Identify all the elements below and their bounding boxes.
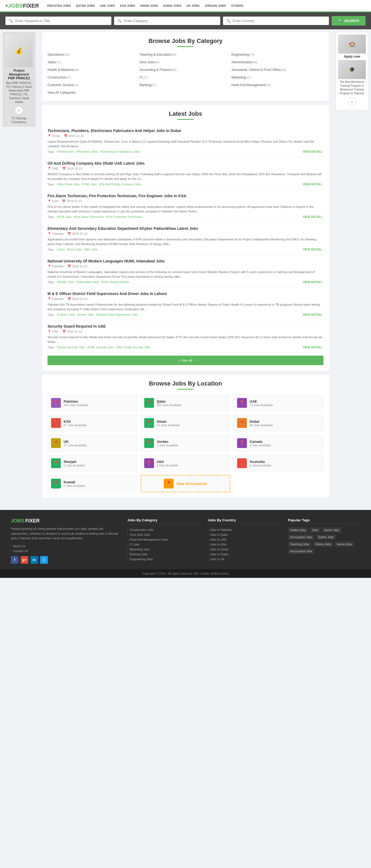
job-tag[interactable]: #NUML Jobs [57,280,74,284]
footer-link[interactable]: Govt Jobs Jobs [127,532,199,537]
list-item[interactable]: 📍 Sharjah 0 Jobs Available [48,455,137,472]
popular-tag[interactable]: Home Jobs [335,541,354,547]
cat-banking[interactable]: Banking(21) [140,83,157,87]
nav-oman-jobs[interactable]: OMAN JOBS [140,4,158,7]
view-detail-link[interactable]: VIEW DETAIL › [303,150,323,153]
footer-link[interactable]: Banking Jobs [127,552,199,557]
list-item[interactable]: 📍 Australia 0 Jobs Available [234,455,323,472]
cat-engineering[interactable]: Engineering(74) [231,53,254,57]
twitter-icon[interactable]: t [40,556,48,564]
job-tag[interactable]: #Lahore Jobs [57,313,75,316]
cat-operations[interactable]: Operations(101) [48,53,70,57]
about-us-link[interactable]: About Us [11,544,119,549]
nav-uk-jobs[interactable]: UK JOBS [186,4,199,7]
view-detail-link[interactable]: VIEW DETAIL › [303,280,323,284]
nav-dubai-jobs[interactable]: DUBAI JOBS [163,4,181,7]
popular-tag[interactable]: Accountant Jobs [288,549,314,554]
linkedin-icon[interactable]: in [30,556,38,564]
cat-it[interactable]: IT(27) [140,75,148,79]
cat-customer-service[interactable]: Customer Service(21) [48,83,79,87]
popular-tag[interactable]: Safety Jobs [316,534,336,540]
googleplus-icon[interactable]: g+ [21,556,28,564]
list-item[interactable]: 📍 UAE 70 Jobs Available [234,395,323,411]
job-tag[interactable]: #Fire Protection Technician [106,215,142,218]
job-tag[interactable]: #UAE Jobs [82,183,97,186]
popular-tag[interactable]: Online Jobs [288,527,308,533]
footer-link[interactable]: Jobs In UK [208,557,280,562]
list-item[interactable]: 📍 Jordan 7 Jobs Available [141,435,230,452]
cat-govt[interactable]: Govt Jobs(69) [140,60,160,64]
contact-us-link[interactable]: Contact Us [11,549,119,553]
footer-link[interactable]: Jobs In Pakistan [208,527,280,532]
job-tag[interactable]: #Nts Jobs [84,248,97,251]
cat-health[interactable]: Health & Medicine(48) [48,68,79,72]
cat-teaching[interactable]: Teaching & Education(96) [140,53,177,57]
view-detail-link[interactable]: VIEW DETAIL › [303,346,323,349]
job-tag[interactable]: #Fire Alarm Technician [73,215,104,218]
list-item[interactable]: 📍 UK 27 Jobs Available [48,435,137,452]
facebook-icon[interactable]: f [11,556,19,564]
list-item[interactable]: 📍 Kuwait 0 Jobs Available [48,475,137,492]
cat-hotel[interactable]: Hotel And Management(14) [231,83,271,87]
list-item[interactable]: 📍 USA 3 Jobs Available [141,455,230,472]
nav-uae-jobs[interactable]: UAE JOBS [100,4,115,7]
footer-link[interactable]: Jobs In KSA [208,542,280,547]
footer-link[interactable]: Hotel And Management Jobs [127,537,199,542]
popular-tag[interactable]: Teaching Jobs [288,541,311,547]
list-item[interactable]: 📍 Qatar 162 Jobs Available [141,395,230,411]
search-button[interactable]: 🔍 SEARCH [332,16,366,26]
popular-tag[interactable]: Online Jobs [313,541,333,547]
category-input[interactable] [124,19,217,23]
view-detail-link[interactable]: VIEW DETAIL › [303,313,323,316]
job-tag[interactable]: #Jobs [57,248,65,251]
popular-tag[interactable]: Home Jobs [322,527,342,533]
list-item[interactable]: 📍 Oman 42 Jobs Available [141,414,230,431]
list-item[interactable]: 📍 KSA 87 Jobs Available [48,414,137,431]
cat-accounting[interactable]: Accounting & Finance(46) [140,68,177,72]
nav-ksa-jobs[interactable]: KSA JOBS [120,4,135,7]
popular-tag[interactable]: Jobs [310,527,320,533]
country-input[interactable] [233,19,326,23]
footer-link[interactable]: Marketing Jobs [127,547,199,552]
cat-marketing[interactable]: Marketing(22) [231,75,251,79]
job-tag[interactable]: #Oil And Drilling Company Jobs [99,183,141,186]
job-tag[interactable]: #Islamabad Jobs [76,280,99,284]
job-tag[interactable]: #District Field Supervisors Jobs [96,313,138,316]
keyword-input[interactable] [15,19,108,23]
job-tag[interactable]: #KSA Jobs [57,215,71,218]
footer-link[interactable]: Engineering Jobs [127,557,199,562]
job-tag[interactable]: #UAE Security Jobs [87,346,114,349]
job-tag[interactable]: #Abu Dhabi Jobs [57,183,80,186]
cat-sales[interactable]: Sales(70) [48,60,61,64]
nav-jordan-jobs[interactable]: JORDAN JOBS [205,4,226,7]
nav-others[interactable]: OTHERS [231,4,243,7]
job-tag[interactable]: #Technicians [57,150,74,153]
job-tag[interactable]: #Plumbers Jobs [76,150,98,153]
popular-tag[interactable]: Accountant Jobs [288,534,314,540]
job-tag[interactable]: #Abu Dhabi Security Jobs [116,346,151,349]
view-detail-link[interactable]: VIEW DETAIL › [303,183,323,186]
right-ad-nav-btn[interactable]: › [348,97,356,106]
nav-qatar-jobs[interactable]: QATAR JOBS [76,4,95,7]
see-all-button[interactable]: » See all [48,355,323,365]
view-detail-link[interactable]: VIEW DETAIL › [303,248,323,251]
list-item[interactable]: 📍 Dubai 48 Jobs Available [234,414,323,431]
job-tag[interactable]: #Girls Hostel Warden [101,280,129,284]
nav-pakistan-jobs[interactable]: PAKISTAN JOBS [47,4,71,7]
job-tag[interactable]: #Driver Jobs [77,313,94,316]
footer-link[interactable]: Construction Jobs [127,527,199,532]
footer-link[interactable]: Jobs In Qatar [208,532,280,537]
cat-construction[interactable]: Construction(37) [48,75,71,79]
footer-link[interactable]: Jobs In Oman [208,547,280,552]
view-all-categories-link[interactable]: View All Categories [48,91,75,95]
left-ad-nav-btn[interactable]: › [15,106,23,114]
list-item[interactable]: 📍 Canada 4 Jobs Available [234,435,323,452]
job-tag[interactable]: #Dubai Security Jobs [57,346,85,349]
cat-administration[interactable]: Administration(69) [231,60,257,64]
job-tag[interactable]: #Govt Jobs [67,248,82,251]
view-all-countries-card[interactable]: 📍 View All Countries [141,475,230,492]
view-detail-link[interactable]: VIEW DETAIL › [303,215,323,218]
footer-link[interactable]: Jobs In UAE [208,537,280,542]
job-tag[interactable]: #Electricians Fabricators Jobs [100,150,140,153]
footer-link[interactable]: Jobs In Dubai [208,552,280,557]
